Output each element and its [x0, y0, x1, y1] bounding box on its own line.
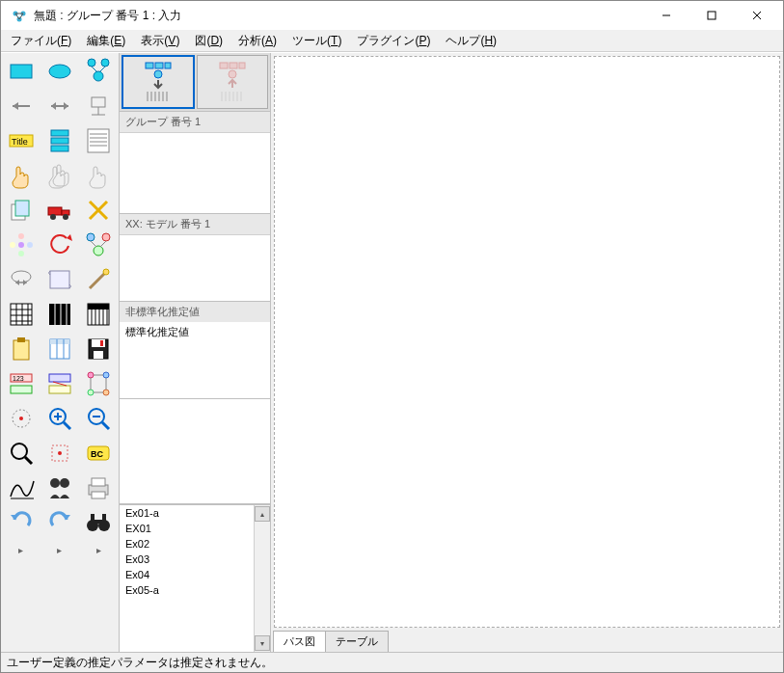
clipboard-tool-tool-button[interactable] [2, 332, 41, 366]
menu-help[interactable]: ヘルプ(H) [438, 31, 504, 51]
zoom-in-tool-button[interactable] [41, 401, 79, 436]
svg-marker-119 [62, 515, 70, 520]
files-scrollbar[interactable]: ▴ ▾ [254, 505, 270, 652]
save-tool-tool-button[interactable] [79, 332, 118, 366]
canvas-area: パス図 テーブル [271, 53, 783, 652]
svg-point-49 [12, 271, 31, 283]
unstandardized-row[interactable]: 非標準化推定値 [120, 302, 270, 322]
input-diagram-thumb[interactable] [122, 55, 195, 109]
rotate-ccw-tool-button[interactable] [41, 228, 79, 262]
file-item[interactable]: EX01 [120, 521, 254, 536]
groups-panel-header[interactable]: グループ 番号 1 [120, 112, 270, 133]
svg-point-9 [88, 59, 95, 67]
bayes-bc-tool-button[interactable]: BC [79, 436, 118, 471]
standardized-row[interactable]: 標準化推定値 [120, 322, 270, 342]
groups-panel-body[interactable] [120, 133, 270, 213]
rotate-flower-tool-button[interactable] [2, 228, 41, 262]
svg-point-40 [27, 242, 33, 248]
matrix-1-tool-button[interactable] [2, 297, 41, 332]
tab-path-diagram[interactable]: パス図 [273, 631, 326, 652]
scroll-tool-tool-button[interactable] [41, 262, 79, 297]
matrix-2-tool-button[interactable] [41, 297, 79, 332]
file-item[interactable]: Ex04 [120, 567, 254, 582]
svg-point-8 [49, 65, 70, 78]
svg-rect-4 [708, 12, 716, 19]
svg-rect-122 [91, 514, 95, 522]
print-tool-tool-button[interactable] [79, 471, 118, 505]
clipart-a-tool-button[interactable] [41, 471, 79, 505]
vars-single-tool-button[interactable] [41, 123, 79, 158]
hand-single-tool-button[interactable] [2, 158, 41, 193]
svg-text:123: 123 [13, 375, 24, 382]
svg-line-107 [25, 457, 32, 464]
loupe-ellipse-tool-button[interactable] [2, 262, 41, 297]
spreadsheet-tool-tool-button[interactable] [41, 332, 79, 366]
latent-indicator-tool-button[interactable] [79, 54, 118, 89]
groups-panel: グループ 番号 1 [120, 112, 270, 214]
props-a-tool-button[interactable]: 123 [2, 366, 41, 401]
svg-rect-135 [220, 63, 228, 68]
menu-diagram[interactable]: 図(D) [187, 31, 230, 51]
cart-tool-button[interactable] [79, 89, 118, 123]
close-button[interactable] [735, 1, 779, 30]
estimates-body [120, 342, 270, 398]
arrow-both-tool-button[interactable] [41, 89, 79, 123]
models-panel-header[interactable]: XX: モデル 番号 1 [120, 214, 270, 235]
matrix-3-tool-button[interactable] [79, 297, 118, 332]
wand-tool-tool-button[interactable] [79, 262, 118, 297]
menu-plugins[interactable]: プラグイン(P) [349, 31, 438, 51]
undo-tool-button[interactable] [2, 505, 41, 540]
title-tool-tool-button[interactable]: Title [2, 123, 41, 158]
file-item[interactable]: Ex03 [120, 552, 254, 567]
zoom-out-tool-button[interactable] [79, 401, 118, 436]
svg-point-46 [94, 246, 103, 256]
file-item[interactable]: Ex05-a [120, 582, 254, 598]
menu-tools[interactable]: ツール(T) [284, 31, 349, 51]
mirror-latent-tool-button[interactable] [79, 228, 118, 262]
svg-rect-124 [95, 520, 102, 524]
props-b-tool-button[interactable] [41, 366, 79, 401]
file-item[interactable]: Ex01-a [120, 505, 254, 521]
toolbox: Title123BC ▸▸▸ [1, 53, 120, 652]
svg-point-36 [50, 214, 56, 220]
tab-table[interactable]: テーブル [325, 631, 389, 652]
svg-point-37 [63, 214, 68, 220]
toolbox-pager[interactable]: ▸▸▸ [1, 541, 119, 558]
menu-analyze[interactable]: 分析(A) [230, 31, 284, 51]
zoom-center-tool-button[interactable] [41, 436, 79, 471]
maximize-button[interactable] [689, 1, 734, 30]
output-diagram-thumb[interactable] [197, 55, 268, 109]
models-panel-body[interactable] [120, 235, 270, 301]
menu-edit[interactable]: 編集(E) [79, 31, 133, 51]
erase-x-tool-button[interactable] [79, 193, 118, 228]
scroll-up-button[interactable]: ▴ [255, 506, 270, 522]
vars-list-tool-button[interactable] [79, 123, 118, 158]
arrow-left-tool-button[interactable] [2, 89, 41, 123]
redo-tool-button[interactable] [41, 505, 79, 540]
copy-tool-tool-button[interactable] [2, 193, 41, 228]
ellipse-latent-tool-button[interactable] [41, 54, 79, 89]
svg-text:Title: Title [12, 137, 28, 147]
svg-rect-62 [49, 304, 70, 325]
curve-tool-tool-button[interactable] [2, 471, 41, 505]
truck-tool-tool-button[interactable] [41, 193, 79, 228]
parameters-body[interactable] [120, 399, 270, 503]
minimize-button[interactable] [644, 1, 689, 30]
hand-multi-tool-button[interactable] [41, 158, 79, 193]
rect-observed-tool-button[interactable] [2, 54, 41, 89]
scroll-down-button[interactable]: ▾ [255, 635, 270, 651]
svg-point-44 [87, 233, 95, 241]
binoculars-tool-button[interactable] [79, 505, 118, 540]
tree-tool-tool-button[interactable] [79, 366, 118, 401]
zoom-fit-tool-button[interactable] [2, 436, 41, 471]
file-item[interactable]: Ex02 [120, 536, 254, 552]
path-diagram-canvas[interactable] [274, 56, 780, 628]
target-tool-tool-button[interactable] [2, 401, 41, 436]
view-tabs: パス図 テーブル [271, 631, 783, 652]
svg-marker-52 [23, 280, 27, 285]
svg-text:BC: BC [91, 449, 103, 459]
menu-view[interactable]: 表示(V) [133, 31, 187, 51]
svg-point-10 [101, 59, 109, 67]
hand-all-tool-button[interactable] [79, 158, 118, 193]
menu-file[interactable]: ファイル(F) [3, 31, 79, 51]
